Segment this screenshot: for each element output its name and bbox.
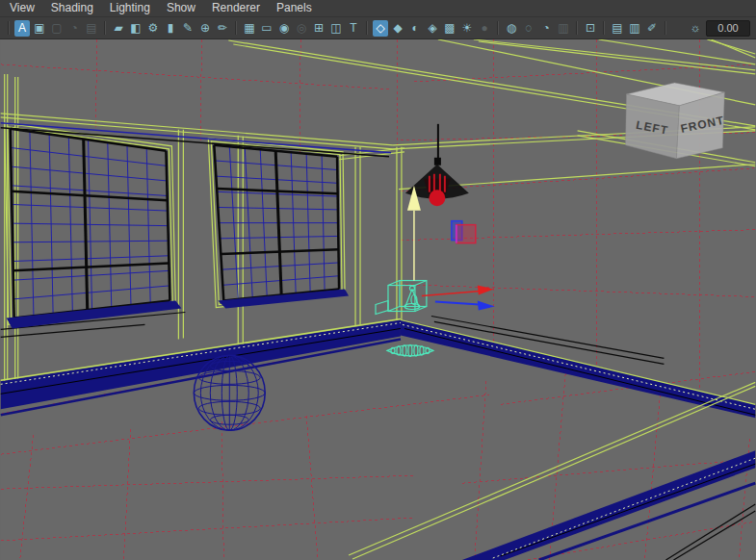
gamma-icon[interactable]: ▥	[556, 20, 571, 37]
field-chart-icon[interactable]: ⊞	[311, 20, 326, 37]
panel-menubar: View Shading Lighting Show Renderer Pane…	[0, 0, 756, 17]
separator	[576, 21, 578, 35]
isolate-select-back-icon[interactable]: ▥	[627, 20, 642, 37]
maya-viewport-panel: View Shading Lighting Show Renderer Pane…	[0, 0, 756, 560]
lock-camera-icon[interactable]: ◧	[128, 20, 143, 37]
gate-mask-icon[interactable]: ◎	[294, 20, 309, 37]
viewport-canvas[interactable]: LEFT FRONT	[0, 39, 756, 560]
panel-toolbar: A ▣ ▢ ◔ ▤ ▰ ◧ ⚙ ▮ ✎ ⊕	[0, 17, 756, 39]
separator	[665, 21, 666, 35]
separator	[603, 21, 605, 35]
textured-display-icon[interactable]: ▩	[442, 20, 457, 37]
grease-pencil-icon[interactable]: ✎	[180, 20, 196, 37]
separator	[235, 21, 237, 35]
plane-handle-rects[interactable]	[452, 221, 476, 243]
resolution-gate-icon[interactable]: ◉	[276, 20, 292, 37]
separator	[366, 21, 368, 35]
select-camera-icon[interactable]: ▰	[111, 20, 126, 37]
use-all-lights-icon[interactable]: ☀	[459, 20, 475, 37]
bookmark-icon[interactable]: ▮	[163, 20, 178, 37]
motion-blur-icon[interactable]: ◌	[521, 20, 536, 37]
isolate-select-front-icon[interactable]: ▤	[610, 20, 625, 37]
pan-zoom-icon[interactable]: ⊕	[197, 20, 213, 37]
separator	[8, 21, 10, 35]
image-layers-icon[interactable]: ▤	[84, 20, 99, 37]
separator	[104, 21, 106, 35]
select-highlight-icon[interactable]: A	[14, 20, 30, 37]
marquee-select-icon[interactable]: ⊡	[583, 20, 598, 37]
menu-item[interactable]: Show	[167, 0, 196, 16]
camera-attributes-icon[interactable]: ⚙	[145, 20, 161, 37]
view-cube[interactable]: LEFT FRONT	[626, 83, 726, 159]
exposure-value-field[interactable]: 0.00	[706, 20, 750, 37]
grid-icon[interactable]: ▦	[242, 20, 257, 37]
menu-item[interactable]: Shading	[51, 0, 93, 16]
aperture-icon[interactable]: ☼	[688, 20, 703, 37]
menu-item[interactable]: Renderer	[212, 0, 260, 16]
separator	[497, 21, 499, 35]
lamp-bulb	[429, 190, 445, 206]
film-gate-icon[interactable]: ▭	[259, 20, 274, 37]
lamp-stem	[434, 158, 441, 165]
wireframe-display-icon[interactable]: ◇	[373, 20, 388, 37]
exposure-group: ☼ 0.00	[687, 20, 752, 37]
half-shade-sphere-icon[interactable]: ◐	[407, 20, 423, 37]
pie-view-icon[interactable]: ◔	[66, 20, 82, 37]
menu-item[interactable]: Lighting	[110, 0, 150, 16]
shadows-icon[interactable]: ●	[477, 20, 492, 37]
safe-title-icon[interactable]: T	[346, 20, 361, 37]
exposure-icon[interactable]: ◔	[538, 20, 554, 37]
toolbar-icons: A ▣ ▢ ◔ ▤ ▰ ◧ ⚙ ▮ ✎ ⊕	[13, 20, 670, 37]
xray-icon[interactable]: ✐	[644, 20, 660, 37]
wireframe-on-shaded-icon[interactable]: ◈	[425, 20, 440, 37]
multi-pane-icon[interactable]: ▢	[49, 20, 65, 37]
menu-item[interactable]: View	[10, 0, 35, 16]
red-plane-handle[interactable]	[456, 225, 476, 243]
safe-action-icon[interactable]: ◫	[328, 20, 344, 37]
border-select-icon[interactable]: ▣	[32, 20, 47, 37]
menu-item[interactable]: Panels	[276, 0, 312, 16]
pencil-icon[interactable]: ✏	[215, 20, 230, 37]
ambient-occlusion-icon[interactable]: ◍	[504, 20, 519, 37]
smooth-shade-icon[interactable]: ◆	[390, 20, 405, 37]
